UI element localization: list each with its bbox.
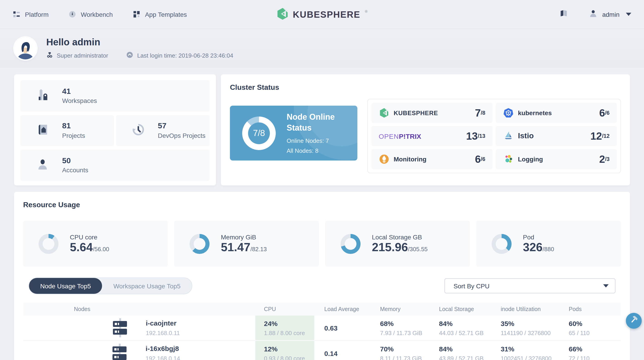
metric-total: /56.00 [93,246,109,252]
inode-detail: 1002451 / 3276800 [501,355,563,360]
service-total: /6 [481,156,485,162]
stat-value: 50 [62,157,88,165]
memory-donut [190,234,210,254]
load-average-cell: 0.63 [314,316,374,340]
toolbox-fab-button[interactable] [626,313,642,329]
service-monitoring: Monitoring 6/6 [372,149,492,169]
tab-node-usage-top5[interactable]: Node Usage Top5 [29,278,102,294]
node-usage-table: Nodes CPU Load Average Memory Local Stor… [23,302,621,360]
service-count: 6 [599,108,605,118]
metric-label: Local Storage GB [372,233,428,240]
service-count: 13 [466,131,478,141]
stat-tile-devops-projects[interactable]: 57 DevOps Projects [116,115,210,146]
stat-label: Accounts [62,166,88,174]
cpu-detail: 0.93 / 8.00 core [264,355,314,360]
role-label: Super administrator [57,52,108,59]
memory-cell: 70% 8.11 / 11.73 GiB [374,341,434,360]
openpitrix-logo-light: OPEN [379,132,399,140]
kubesphere-icon [379,108,389,118]
avatar [14,38,36,60]
cpu-percent: 12% [264,345,314,352]
pods-cell: 66% 72 / 110 [563,341,622,360]
top-navigation-bar: Platform Workbench App Templates KUBESPH… [0,0,644,29]
hammer-icon [629,315,638,326]
node-online-donut: 7/8 [242,116,276,150]
service-total: /6 [605,110,610,116]
column-header-cpu: CPU [255,302,314,316]
role-badge-icon [46,52,53,60]
table-row[interactable]: i-16x6bgj8 192.168.0.14 12% 0.93 / 8.00 … [23,340,621,360]
cpu-cell: 24% 1.88 / 8.00 core [255,316,314,340]
pods-percent: 60% [569,320,622,327]
node-name: i-caojnter [146,319,180,327]
node-ratio-label: 7/8 [242,116,276,150]
kubesphere-logo-icon [276,8,289,22]
server-icon [111,318,128,337]
node-name: i-16x6bgj8 [146,344,180,353]
nav-item-platform[interactable]: Platform [13,10,48,18]
projects-icon [37,124,48,138]
metric-memory: Memory GiB 51.47/82.13 [174,221,319,266]
stat-value: 81 [62,122,85,130]
service-total: /12 [602,133,610,139]
service-name: kubernetes [518,109,552,116]
column-header-memory: Memory [374,302,434,316]
pods-detail: 65 / 110 [569,330,622,336]
last-login-label: Last login time: 2019-06-28 23:46:04 [137,52,233,59]
metric-total: /82.13 [250,246,267,252]
chevron-down-icon [626,13,631,16]
stat-tile-workspaces[interactable]: 41 Workspaces [20,80,210,112]
metric-cpu: CPU core 5.64/56.00 [23,221,168,266]
service-istio: Istio 12/12 [496,126,617,146]
metric-label: CPU core [70,233,109,240]
user-menu[interactable]: admin [589,9,631,20]
service-kubernetes: kubernetes 6/6 [496,103,617,123]
istio-icon [503,131,514,141]
pod-donut [492,234,512,254]
kubesphere-logo[interactable]: KUBESPHERE® [276,0,368,29]
node-ip: 192.168.0.11 [146,330,180,336]
column-header-local-storage: Local Storage [434,302,495,316]
overview-stats-card: 41 Workspaces 81 Projects [14,74,216,186]
metric-used: 215.96 [372,240,408,254]
metric-used: 51.47 [221,240,250,254]
metric-label: Pod [523,233,554,240]
column-header-nodes: Nodes [23,302,255,316]
hero-section: Hello admin Super administrator Last log… [0,29,644,68]
cpu-detail: 1.88 / 8.00 core [264,330,314,336]
table-row[interactable]: i-caojnter 192.168.0.11 24% 1.88 / 8.00 … [23,316,621,340]
service-name: Logging [518,156,543,163]
service-name: Istio [518,132,534,140]
stat-label: DevOps Projects [158,132,206,139]
service-name: KUBESPHERE [394,110,438,116]
local-storage-cell: 84% 43.89 / 52.71 GB [434,341,495,360]
server-icon [111,344,128,360]
stat-value: 57 [158,122,206,130]
openpitrix-logo-bold: P!TRIX [399,132,421,140]
resource-usage-title: Resource Usage [23,201,621,209]
service-total: /3 [605,156,610,162]
usage-tabs: Node Usage Top5 Workspace Usage Top5 [28,278,192,294]
storage-donut [340,234,360,254]
service-count: 7 [475,108,481,118]
all-nodes-label: All Nodes: 8 [287,147,346,154]
inode-detail: 1141190 / 3276800 [501,330,563,336]
stat-tile-accounts[interactable]: 50 Accounts [20,150,210,181]
app-templates-icon [133,10,140,18]
stat-tile-projects[interactable]: 81 Projects [20,115,114,146]
sort-by-dropdown[interactable]: Sort By CPU [444,278,616,293]
nav-item-label: Platform [25,11,48,18]
inode-cell: 31% 1002451 / 3276800 [495,341,563,360]
column-header-load-average: Load Average [314,302,374,316]
service-openpitrix: OPENP!TRIX 13/13 [372,126,492,146]
nav-item-app-templates[interactable]: App Templates [133,10,187,18]
brand-name: KUBESPHERE [293,9,360,20]
memory-percent: 70% [380,345,434,352]
devops-history-icon [132,124,144,138]
nav-item-workbench[interactable]: Workbench [68,10,113,18]
nav-item-label: App Templates [145,11,187,18]
tab-workspace-usage-top5[interactable]: Workspace Usage Top5 [102,278,192,294]
docs-icon[interactable] [560,9,568,19]
storage-detail: 43.89 / 52.71 GB [439,355,495,360]
user-icon [589,9,598,20]
